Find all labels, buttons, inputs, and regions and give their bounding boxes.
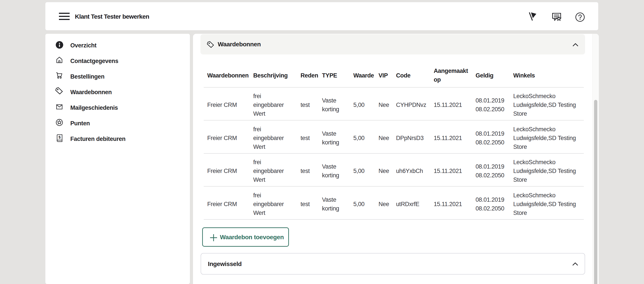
svg-text:$: $ bbox=[58, 135, 61, 139]
